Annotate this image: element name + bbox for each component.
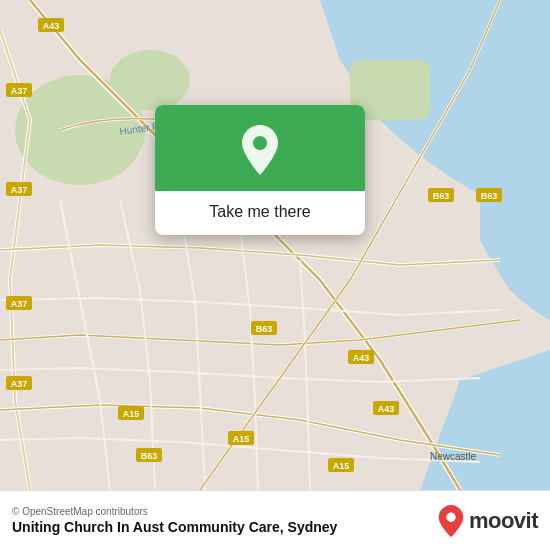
- svg-text:A37: A37: [11, 86, 28, 96]
- location-pin-icon: [238, 123, 282, 177]
- svg-text:B63: B63: [433, 191, 450, 201]
- svg-text:A15: A15: [233, 434, 250, 444]
- popup-top: [155, 105, 365, 191]
- moovit-text: moovit: [469, 508, 538, 534]
- svg-text:B63: B63: [481, 191, 498, 201]
- bottom-bar-left: © OpenStreetMap contributors Uniting Chu…: [12, 506, 337, 535]
- svg-text:A15: A15: [333, 461, 350, 471]
- svg-text:A37: A37: [11, 185, 28, 195]
- svg-text:A43: A43: [378, 404, 395, 414]
- svg-text:A37: A37: [11, 299, 28, 309]
- svg-text:A43: A43: [353, 353, 370, 363]
- moovit-logo: moovit: [437, 504, 538, 538]
- osm-attribution: © OpenStreetMap contributors: [12, 506, 337, 517]
- location-popup: Take me there: [155, 105, 365, 235]
- svg-text:B63: B63: [141, 451, 158, 461]
- svg-text:A43: A43: [43, 21, 60, 31]
- bottom-bar: © OpenStreetMap contributors Uniting Chu…: [0, 490, 550, 550]
- svg-text:A15: A15: [123, 409, 140, 419]
- take-me-there-button[interactable]: Take me there: [209, 201, 310, 223]
- svg-text:Newcastle: Newcastle: [430, 451, 477, 462]
- svg-point-34: [253, 136, 267, 150]
- svg-text:A37: A37: [11, 379, 28, 389]
- location-name: Uniting Church In Aust Community Care, S…: [12, 519, 337, 535]
- svg-point-35: [446, 512, 455, 521]
- popup-bottom: Take me there: [155, 191, 365, 235]
- svg-text:B63: B63: [256, 324, 273, 334]
- map-area: Hunter River Newcastle A43 A37 A37 A37 A…: [0, 0, 550, 490]
- moovit-pin-icon: [437, 504, 465, 538]
